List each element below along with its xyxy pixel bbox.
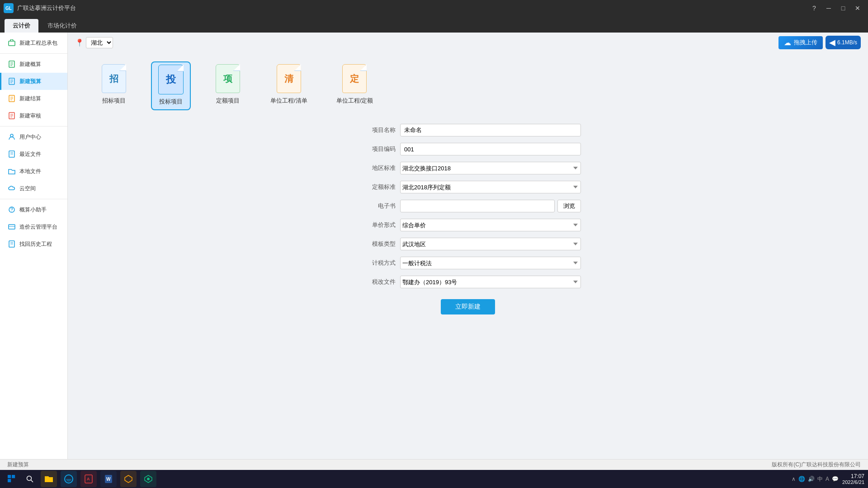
sidebar-item-local-files[interactable]: 本地文件 [0,163,67,180]
region-dropdown[interactable]: 湖北 北京 上海 广东 [86,37,113,48]
tax-file-select[interactable]: 鄂建办（2019）93号 [400,276,581,288]
estimate-icon [8,60,16,68]
tab-cloud-pricing[interactable]: 云计价 [5,19,38,33]
package-icon [8,39,16,47]
form-row-tax-method: 计税方式 一般计税法 简易计税法 [355,257,581,269]
tax-method-label: 计税方式 [355,259,396,267]
ebook-input[interactable] [400,200,555,212]
project-type-label-dg2: 单位工程/定额 [336,97,373,105]
quota-standard-select[interactable]: 湖北2018序列定额 湖北2016 [400,181,581,193]
project-name-input[interactable] [400,124,581,136]
start-button[interactable] [4,471,20,487]
taskbar-app-6[interactable] [140,471,156,487]
project-icon-char-tb: 投 [166,73,176,86]
sys-tray: ∧ 🌐 🔊 中 A 💬 [792,475,839,483]
project-type-label-dg: 单位工程/清单 [270,97,307,105]
arrow-icon: ◀ [829,38,835,47]
tax-method-select[interactable]: 一般计税法 简易计税法 [400,257,581,269]
taskbar-app-acrobat[interactable]: A [80,471,97,487]
maximize-button[interactable]: □ [836,2,850,14]
ebook-label: 电子书 [355,202,396,210]
sidebar-divider-3 [0,199,67,199]
sidebar-label-new-budget: 新建预算 [19,78,41,85]
submit-button[interactable]: 立即新建 [441,299,495,314]
price-manager-icon [8,223,16,231]
sidebar-item-new-estimate[interactable]: 新建概算 [0,56,67,73]
svg-rect-0 [9,41,15,46]
unit-type-label: 单价形式 [355,221,396,229]
project-type-xe[interactable]: 项 定额项目 [209,61,247,108]
sidebar: 新建工程总承包 新建概算 新建预算 新建结算 新建审核 [0,33,68,459]
project-icon-box-dg: 清 [275,65,302,92]
sidebar-divider-2 [0,126,67,127]
nav-tabs: 云计价 市场化计价 [0,16,868,33]
template-select[interactable]: 武汉地区 其他地区 [400,238,581,250]
project-name-label: 项目名称 [355,126,396,134]
tray-notification[interactable]: 💬 [832,476,839,482]
svg-point-37 [147,478,150,480]
tray-volume: 🔊 [808,476,815,482]
title-bar: GL 广联达摹洲云计价平台 ? ─ □ ✕ [0,0,868,16]
sidebar-item-user-center[interactable]: 用户中心 [0,128,67,145]
sidebar-label-new-estimate: 新建概算 [19,61,41,68]
title-controls: ? ─ □ ✕ [807,2,864,14]
status-left: 新建预算 [7,461,29,469]
sidebar-label-new-project-package: 新建工程总承包 [19,39,57,47]
project-type-dg2[interactable]: 定 单位工程/定额 [331,61,379,108]
sidebar-item-new-project-package[interactable]: 新建工程总承包 [0,34,67,52]
sidebar-item-price-manager[interactable]: 造价云管理平台 [0,218,67,235]
taskbar-app-edge[interactable] [61,471,77,487]
tab-market-pricing[interactable]: 市场化计价 [39,19,85,33]
upload-button[interactable]: ☁ 拖拽上传 [778,36,823,49]
sidebar-label-new-audit: 新建审核 [19,112,41,120]
sidebar-item-new-audit[interactable]: 新建审核 [0,107,67,124]
sidebar-item-new-budget[interactable]: 新建预算 [0,73,67,90]
app-title: 广联达摹洲云计价平台 [17,4,76,12]
sidebar-label-cloud-space: 云空间 [19,185,36,192]
sidebar-item-budget-assistant[interactable]: 概算小助手 [0,201,67,218]
svg-marker-35 [125,475,132,483]
project-code-input[interactable] [400,143,581,155]
taskbar-app-explorer[interactable] [41,471,57,487]
tray-up-arrow[interactable]: ∧ [792,476,796,482]
tray-ime-zh[interactable]: 中 [817,475,823,483]
close-button[interactable]: ✕ [851,2,864,14]
audit-icon [8,112,16,120]
tax-file-label: 税改文件 [355,278,396,286]
taskbar-app-5[interactable] [120,471,137,487]
project-type-dg[interactable]: 清 单位工程/清单 [265,61,313,108]
sidebar-divider-1 [0,53,67,54]
form-row-quota-standard: 定额标准 湖北2018序列定额 湖北2016 [355,181,581,193]
unit-type-select[interactable]: 综合单价 工料单价 [400,219,581,231]
browse-button[interactable]: 浏览 [557,200,581,212]
help-button[interactable]: ? [807,2,821,14]
sidebar-item-cloud-space[interactable]: 云空间 [0,180,67,197]
status-right: 版权所有(C)广联达科技股份有限公司 [772,461,861,469]
form-row-unit-type: 单价形式 综合单价 工料单价 [355,219,581,231]
sidebar-item-recent-files[interactable]: 最近文件 [0,145,67,163]
sidebar-label-new-settlement: 新建结算 [19,95,41,103]
search-button[interactable] [22,471,38,487]
location-icon: 📍 [75,38,84,47]
sidebar-label-budget-assistant: 概算小助手 [19,206,47,214]
svg-rect-23 [9,225,15,229]
new-project-form: 项目名称 项目编码 地区标准 湖北交换接口2018 湖北2018 [355,124,581,314]
form-row-project-name: 项目名称 [355,124,581,136]
project-type-zb[interactable]: 招 招标项目 [95,61,133,108]
project-code-label: 项目编码 [355,145,396,153]
clock[interactable]: 17:07 2022/6/21 [842,473,864,485]
region-selector: 📍 湖北 北京 上海 广东 [75,37,113,48]
sidebar-label-recent-files: 最近文件 [19,150,41,158]
sidebar-label-history-projects: 找回历史工程 [19,240,52,248]
project-type-tb[interactable]: 投 投标项目 [151,61,191,110]
project-icon-box-tb: 投 [157,66,184,93]
region-standard-select[interactable]: 湖北交换接口2018 湖北2018 [400,162,581,174]
taskbar-app-word[interactable]: W [100,471,117,487]
svg-text:A: A [87,477,90,481]
minimize-button[interactable]: ─ [822,2,835,14]
tray-ime-input[interactable]: A [826,476,829,482]
form-row-region-standard: 地区标准 湖北交换接口2018 湖北2018 [355,162,581,174]
sidebar-item-history-projects[interactable]: 找回历史工程 [0,235,67,253]
sidebar-item-new-settlement[interactable]: 新建结算 [0,90,67,107]
form-row-project-code: 项目编码 [355,143,581,155]
